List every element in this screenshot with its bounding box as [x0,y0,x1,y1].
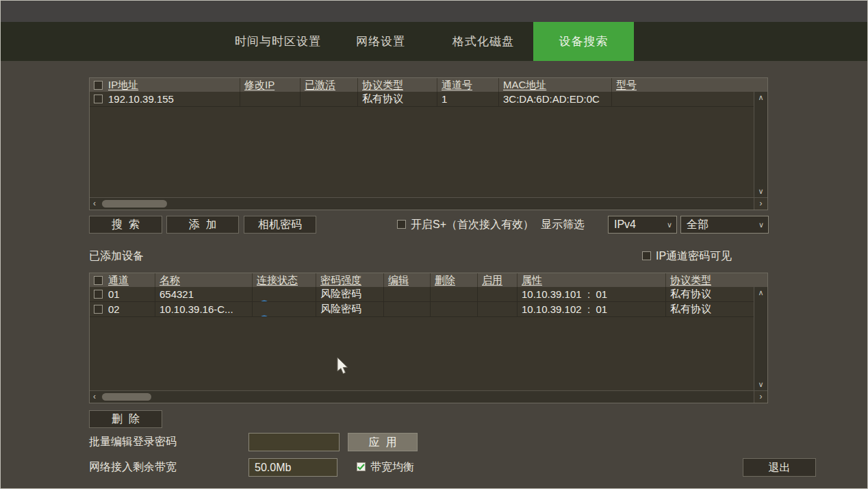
bandwidth-balance-label: 带宽均衡 [370,458,414,476]
added-devices-table: 通道 名称 连接状态 密码强度 编辑 删除 启用 属性 协议类型 01 6543… [89,273,768,403]
connection-status-icon[interactable] [258,287,292,301]
col-modify-ip: 修改IP [244,79,275,92]
scroll-left-icon[interactable]: ‹ [93,199,96,208]
table-row[interactable]: 192.10.39.155 私有协议 1 3C:DA:6D:AD:ED:0C [90,92,754,107]
mouse-cursor [335,356,349,375]
connection-status-icon[interactable] [258,302,292,316]
vertical-scrollbar[interactable]: ∧ ∨ [754,92,767,197]
display-filter-label: 显示筛选 [541,216,585,234]
device-attribute: 10.10.39.101 : 01 [522,288,607,300]
ip-version-select[interactable]: IPv4 ∨ [608,216,677,234]
search-table-body: 192.10.39.155 私有协议 1 3C:DA:6D:AD:ED:0C [90,92,754,197]
col-channel: 通道 [108,274,129,287]
col-ip-address: IP地址 [108,79,138,92]
apply-button[interactable]: 应 用 [348,433,418,451]
scope-select[interactable]: 全部 ∨ [680,216,769,234]
edit-icon[interactable] [392,287,426,301]
added-table-body: 01 654321 风险密码 10.10.39.101 : 01 私有协议 [90,287,754,390]
password-strength: 风险密码 [320,303,361,316]
horizontal-scrollbar[interactable]: ‹ [90,391,754,403]
ip-version-value: IPv4 [614,218,636,230]
batch-password-input[interactable] [248,433,340,451]
exit-button[interactable]: 退出 [743,458,816,477]
camera-password-button[interactable]: 相机密码 [244,216,316,234]
device-mac: 3C:DA:6D:AD:ED:0C [503,93,600,105]
device-search-window: 时间与时区设置 网络设置 格式化磁盘 设备搜索 IP地址 修改IP 已激活 协议… [0,0,868,489]
table-row[interactable]: 01 654321 风险密码 10.10.39.101 : 01 私有协议 [90,287,754,302]
col-connection-status: 连接状态 [257,274,298,287]
row-checkbox[interactable] [94,95,103,103]
added-devices-title: 已添加设备 [89,247,144,265]
tab-format-disk[interactable]: 格式化磁盘 [442,22,524,61]
scroll-right-icon[interactable]: › [754,391,767,403]
delete-button[interactable]: 删 除 [89,410,162,428]
col-name: 名称 [159,274,180,287]
scroll-left-icon[interactable]: ‹ [93,392,96,401]
scroll-up-icon[interactable]: ∧ [758,93,763,102]
horizontal-scrollbar[interactable]: ‹ [90,198,754,210]
title-strip [1,1,867,22]
scroll-down-icon[interactable]: ∨ [758,187,763,196]
device-channel-no: 1 [442,93,447,105]
scrollbar-thumb[interactable] [102,200,167,208]
enable-check-icon[interactable] [483,287,518,301]
bandwidth-label: 网络接入剩余带宽 [89,458,177,476]
tab-bar: 时间与时区设置 网络设置 格式化磁盘 设备搜索 [1,22,867,61]
col-protocol-type: 协议类型 [362,79,403,92]
ip-password-visible-label: IP通道密码可见 [656,247,732,265]
col-delete: 删除 [435,274,455,287]
chevron-down-icon: ∨ [667,216,672,233]
row-checkbox[interactable] [94,290,103,299]
tab-network-settings[interactable]: 网络设置 [343,22,418,61]
check-icon [357,464,365,470]
select-all-checkbox[interactable] [94,276,103,285]
scrollbar-thumb[interactable] [102,393,151,401]
scroll-right-icon[interactable]: › [754,198,767,210]
enable-splus-label: 开启S+（首次接入有效） [411,216,534,234]
device-name: 10.10.39.16-C... [159,303,233,315]
search-results-table: IP地址 修改IP 已激活 协议类型 通道号 MAC地址 型号 192.10.3… [89,77,768,210]
device-protocol: 私有协议 [362,92,403,105]
vertical-scrollbar[interactable]: ∧ ∨ [754,287,767,390]
row-checkbox[interactable] [94,305,103,314]
select-all-checkbox[interactable] [94,81,103,90]
table-row[interactable]: 02 10.10.39.16-C... 风险密码 10.10.39.102 : … [90,302,754,317]
col-activated: 已激活 [305,79,335,92]
col-protocol-type: 协议类型 [670,274,711,287]
device-attribute: 10.10.39.102 : 01 [522,303,607,315]
ip-password-visible-checkbox[interactable] [642,251,651,260]
edit-ip-icon[interactable] [248,92,282,106]
batch-edit-password-label: 批量编辑登录密码 [89,433,177,451]
delete-icon[interactable] [437,302,472,316]
tab-time-timezone[interactable]: 时间与时区设置 [227,22,329,61]
device-protocol: 私有协议 [670,288,711,301]
device-protocol: 私有协议 [670,303,711,316]
chevron-down-icon: ∨ [758,216,764,233]
password-strength: 风险密码 [320,288,361,301]
bandwidth-balance-checkbox[interactable] [357,462,366,471]
col-channel-no: 通道号 [442,79,472,92]
edit-icon[interactable] [392,302,426,316]
col-edit: 编辑 [388,274,409,287]
activated-check-icon [308,92,342,106]
enable-check-icon[interactable] [483,302,518,316]
col-attribute: 属性 [522,274,542,287]
add-button[interactable]: 添 加 [166,216,239,234]
tab-device-search[interactable]: 设备搜索 [533,22,634,61]
device-name: 654321 [159,288,194,300]
col-password-strength: 密码强度 [320,274,361,287]
search-table-header: IP地址 修改IP 已激活 协议类型 通道号 MAC地址 型号 [90,78,767,92]
channel-id: 01 [108,288,120,300]
enable-splus-checkbox[interactable] [397,220,406,229]
delete-icon[interactable] [437,287,472,301]
col-enable: 启用 [482,274,502,287]
col-model: 型号 [616,79,637,92]
bandwidth-input[interactable] [248,458,337,477]
scope-value: 全部 [687,218,709,230]
scroll-down-icon[interactable]: ∨ [758,380,763,389]
scroll-up-icon[interactable]: ∧ [758,288,763,297]
added-table-header: 通道 名称 连接状态 密码强度 编辑 删除 启用 属性 协议类型 [90,273,767,287]
search-button[interactable]: 搜 索 [89,216,162,234]
channel-id: 02 [108,303,120,315]
col-mac-address: MAC地址 [503,79,546,92]
